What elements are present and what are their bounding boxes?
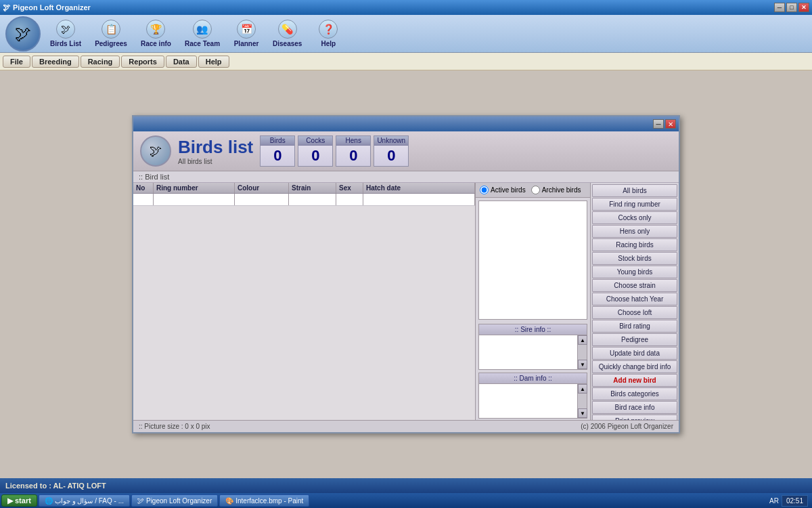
- toolbar: 🕊 🕊 Birds List 📋 Pedigrees 🏆 Race info 👥…: [0, 15, 812, 53]
- toolbar-pedigrees[interactable]: 📋 Pedigrees: [91, 18, 131, 49]
- col-header-ring: Ring number: [154, 183, 235, 193]
- birds-window-title: Birds list: [178, 137, 253, 158]
- race-team-icon: 👥: [193, 20, 212, 39]
- birds-window-subtitle: All birds list: [178, 158, 253, 165]
- title-bar-left: 🕊 Pigeon Loft Organizer: [3, 3, 91, 12]
- footer-picture-size: :: Picture size : 0 x 0 pix: [139, 423, 210, 430]
- action-stock-birds[interactable]: Stock birds: [592, 252, 677, 265]
- radio-archive-input[interactable]: [531, 186, 540, 194]
- toolbar-diseases[interactable]: 💊 Diseases: [269, 18, 306, 49]
- license-text: Licensed to : AL- ATIQ LOFT: [5, 482, 106, 490]
- count-cocks: Cocks 0: [298, 135, 333, 167]
- table-row-empty[interactable]: [133, 194, 475, 206]
- taskbar-app[interactable]: 🕊 Pigeon Loft Organizer: [131, 494, 218, 507]
- radio-archive[interactable]: Archive birds: [531, 186, 581, 194]
- menu-file[interactable]: File: [3, 56, 30, 68]
- action-add-new-bird[interactable]: Add new bird: [592, 374, 677, 387]
- dam-scroll-down[interactable]: ▼: [578, 408, 587, 418]
- radio-active[interactable]: Active birds: [480, 186, 526, 194]
- taskbar-right: AR 02:51: [769, 495, 811, 507]
- dam-scroll-up[interactable]: ▲: [578, 384, 587, 394]
- ie-icon: 🌐: [45, 497, 53, 505]
- dam-info-content: [479, 384, 587, 418]
- action-choose-loft[interactable]: Choose loft: [592, 306, 677, 319]
- action-bird-rating[interactable]: Bird rating: [592, 320, 677, 333]
- toolbar-race-team-label: Race Team: [185, 40, 220, 47]
- start-button[interactable]: ▶ start: [1, 494, 37, 507]
- bird-detail-panel: Active birds Archive birds :: Sire info …: [476, 183, 591, 420]
- minimize-button[interactable]: ─: [774, 3, 785, 12]
- toolbar-planner-label: Planner: [234, 40, 259, 47]
- radio-row: Active birds Archive birds: [476, 183, 590, 198]
- col-header-hatch: Hatch date: [363, 183, 475, 193]
- start-label: start: [15, 496, 31, 505]
- action-find-ring[interactable]: Find ring number: [592, 198, 677, 211]
- action-hens-only[interactable]: Hens only: [592, 225, 677, 238]
- action-quick-change[interactable]: Quickly change bird info: [592, 360, 677, 373]
- action-choose-hatch[interactable]: Choose hatch Year: [592, 293, 677, 305]
- breadcrumb: :: Bird list: [133, 171, 679, 183]
- action-choose-strain[interactable]: Choose strain: [592, 279, 677, 292]
- sire-scroll-up[interactable]: ▲: [578, 335, 587, 345]
- toolbar-planner[interactable]: 📅 Planner: [229, 18, 263, 49]
- main-content: ─ ✕ 🕊 Birds list All birds list Birds 0 …: [0, 70, 812, 478]
- sire-info-section: :: Sire info :: ▲ ▼: [478, 324, 587, 370]
- race-info-icon: 🏆: [146, 20, 165, 39]
- sire-scroll-track: [578, 345, 587, 360]
- toolbar-diseases-label: Diseases: [273, 40, 302, 47]
- count-birds: Birds 0: [260, 135, 295, 167]
- count-birds-value: 0: [268, 146, 287, 166]
- sire-info-scrollbar[interactable]: ▲ ▼: [577, 335, 587, 369]
- action-bird-categories[interactable]: Birds categories: [592, 387, 677, 400]
- radio-archive-label: Archive birds: [542, 186, 581, 194]
- birds-close-button[interactable]: ✕: [665, 119, 676, 129]
- count-hens: Hens 0: [336, 135, 371, 167]
- app-taskbar-icon: 🕊: [137, 497, 144, 505]
- app-logo: 🕊: [5, 16, 41, 51]
- action-racing-birds[interactable]: Racing birds: [592, 238, 677, 251]
- toolbar-race-info[interactable]: 🏆 Race info: [137, 18, 175, 49]
- radio-active-input[interactable]: [480, 186, 489, 194]
- sire-scroll-down[interactable]: ▼: [578, 360, 587, 369]
- close-button[interactable]: ✕: [798, 3, 809, 12]
- count-unknown-label: Unknown: [374, 136, 408, 146]
- count-birds-label: Birds: [261, 136, 294, 146]
- birds-minimize-button[interactable]: ─: [653, 119, 664, 129]
- status-bar: Licensed to : AL- ATIQ LOFT: [0, 478, 812, 493]
- taskbar-paint[interactable]: 🎨 Interfaclce.bmp - Paint: [219, 494, 309, 507]
- dam-info-scrollbar[interactable]: ▲ ▼: [577, 384, 587, 418]
- action-bird-race-info[interactable]: Bird race info: [592, 401, 677, 414]
- menu-data[interactable]: Data: [166, 56, 197, 68]
- birds-window: ─ ✕ 🕊 Birds list All birds list Birds 0 …: [132, 115, 680, 433]
- menu-reports[interactable]: Reports: [121, 56, 164, 68]
- footer-copyright: (c) 2006 Pigeon Loft Organizer: [581, 423, 673, 430]
- diseases-icon: 💊: [278, 20, 297, 39]
- action-print-preview[interactable]: Print preview: [592, 415, 677, 420]
- action-update-bird[interactable]: Update bird data: [592, 347, 677, 360]
- dam-scroll-track: [578, 394, 587, 408]
- sire-info-header: :: Sire info ::: [479, 324, 587, 335]
- menu-racing[interactable]: Racing: [81, 56, 120, 68]
- title-bar-controls: ─ □ ✕: [774, 3, 809, 12]
- toolbar-birds-list-label: Birds List: [50, 40, 81, 47]
- menu-help[interactable]: Help: [198, 56, 229, 68]
- maximize-button[interactable]: □: [786, 3, 797, 12]
- action-cocks-only[interactable]: Cocks only: [592, 211, 677, 224]
- col-header-no: No: [133, 183, 154, 193]
- action-all-birds[interactable]: All birds: [592, 184, 677, 197]
- dam-info-header: :: Dam info ::: [479, 373, 587, 384]
- menu-breeding[interactable]: Breeding: [32, 56, 79, 68]
- sire-info-content: [479, 335, 587, 369]
- action-pedigree[interactable]: Pedigree: [592, 333, 677, 346]
- toolbar-birds-list[interactable]: 🕊 Birds List: [46, 18, 85, 49]
- taskbar: ▶ start 🌐 سؤال و جواب / FAQ - ... 🕊 Pige…: [0, 493, 812, 508]
- taskbar-ie[interactable]: 🌐 سؤال و جواب / FAQ - ...: [39, 494, 130, 507]
- lang-indicator: AR: [769, 497, 779, 505]
- toolbar-race-team[interactable]: 👥 Race Team: [181, 18, 224, 49]
- col-header-strain: Strain: [289, 183, 336, 193]
- birds-title-group: Birds list All birds list: [178, 137, 253, 165]
- action-young-birds[interactable]: Young birds: [592, 266, 677, 278]
- action-panel: All birds Find ring number Cocks only He…: [591, 183, 679, 420]
- toolbar-help[interactable]: ❓ Help: [311, 18, 345, 49]
- birds-window-titlebar: ─ ✕: [133, 117, 679, 131]
